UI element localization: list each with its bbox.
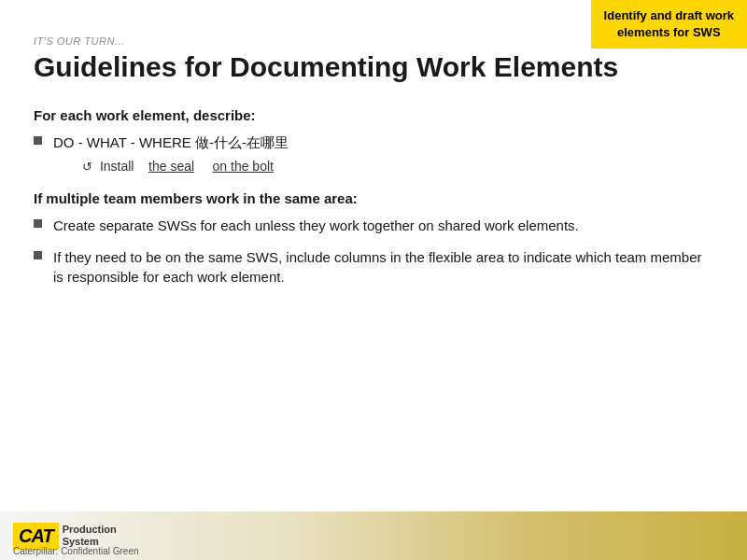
section2-heading: If multiple team members work in the sam… bbox=[34, 190, 713, 206]
section1-bullets: DO - WHAT - WHERE 做-什么-在哪里 bbox=[34, 133, 713, 153]
sub-example: ↺ Install the seal on the bolt bbox=[82, 159, 713, 174]
page-title: Guidelines for Documenting Work Elements bbox=[34, 50, 618, 84]
badge: Identify and draft work elements for SWS bbox=[591, 0, 747, 49]
bullet-square-icon-3 bbox=[34, 251, 42, 259]
slide: Identify and draft work elements for SWS… bbox=[0, 0, 747, 560]
top-label: IT'S OUR TURN... bbox=[34, 35, 125, 47]
bullet1-text: DO - WHAT - WHERE 做-什么-在哪里 bbox=[53, 133, 289, 153]
bolt-text: on the bolt bbox=[213, 159, 274, 174]
cat-logo-subtitle: Production System bbox=[63, 524, 117, 548]
content-area: For each work element, describe: DO - WH… bbox=[34, 107, 713, 293]
bullet2-text: Create separate SWSs for each unless the… bbox=[53, 216, 579, 236]
bullet-item-3: If they need to be on the same SWS, incl… bbox=[34, 247, 713, 288]
cat-logo-text: CAT bbox=[19, 525, 53, 546]
bullet3-text: If they need to be on the same SWS, incl… bbox=[53, 247, 713, 288]
install-text: Install bbox=[100, 159, 134, 174]
logo-sub1: Production bbox=[63, 524, 117, 536]
bullet-square-icon-2 bbox=[34, 219, 42, 228]
section2-bullets: Create separate SWSs for each unless the… bbox=[34, 216, 713, 287]
bullet-item-1: DO - WHAT - WHERE 做-什么-在哪里 bbox=[34, 133, 713, 153]
section1-heading: For each work element, describe: bbox=[34, 107, 713, 123]
confidential-label: Caterpillar: Confidential Green bbox=[13, 546, 139, 556]
footer: CAT Production System Caterpillar: Confi… bbox=[0, 511, 747, 560]
section2: If multiple team members work in the sam… bbox=[34, 190, 713, 287]
bullet-item-2: Create separate SWSs for each unless the… bbox=[34, 216, 713, 236]
bullet-square-icon bbox=[34, 136, 42, 145]
badge-line1: Identify and draft work bbox=[604, 8, 734, 22]
cursor-symbol: ↺ bbox=[82, 160, 92, 174]
badge-line2: elements for SWS bbox=[617, 25, 721, 39]
seal-text: the seal bbox=[148, 159, 194, 174]
